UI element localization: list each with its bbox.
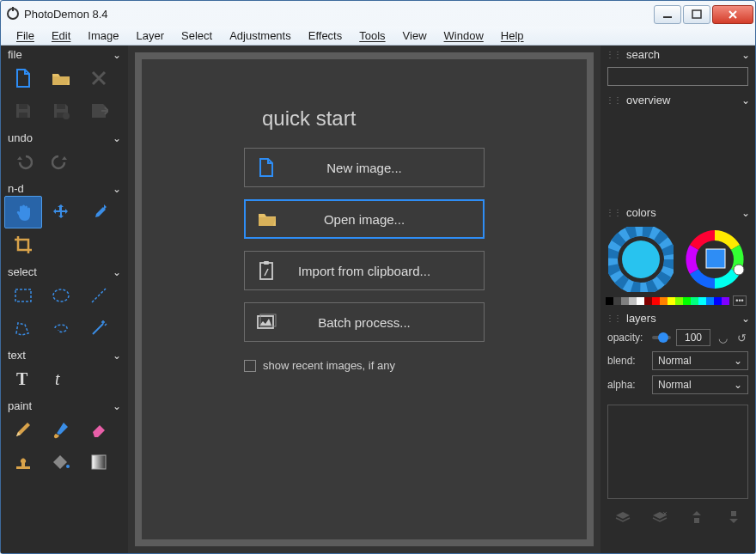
swatch[interactable]	[629, 297, 637, 305]
new-file-icon[interactable]	[4, 62, 42, 94]
close-button[interactable]	[712, 5, 753, 24]
eyedropper-icon[interactable]	[80, 196, 118, 228]
swatch[interactable]	[637, 297, 644, 305]
colors-header[interactable]: ⋮⋮ colors ⌄	[601, 204, 755, 222]
eraser-tool-icon[interactable]	[80, 413, 118, 446]
overview-header[interactable]: ⋮⋮ overview ⌄	[601, 91, 755, 109]
layers-header[interactable]: ⋮⋮ layers ⌄	[601, 309, 755, 327]
swatch[interactable]	[606, 297, 613, 305]
brush-tool-icon[interactable]	[42, 413, 80, 446]
menu-window[interactable]: Window	[436, 27, 492, 44]
add-layer-icon[interactable]	[613, 508, 633, 527]
swatch[interactable]	[698, 297, 706, 305]
svg-rect-6	[57, 104, 65, 109]
svg-point-8	[63, 113, 70, 119]
hand-tool-icon[interactable]	[4, 196, 42, 228]
blend-label: blend:	[607, 355, 647, 367]
opacity-slider[interactable]	[652, 336, 671, 339]
minimize-button[interactable]	[654, 5, 681, 24]
menu-image[interactable]: Image	[79, 27, 127, 44]
recent-checkbox-row[interactable]: show recent images, if any	[244, 359, 485, 372]
swatch[interactable]	[660, 297, 668, 305]
move-tool-icon[interactable]	[42, 196, 80, 228]
layer-down-icon[interactable]	[723, 508, 744, 527]
quick-start-new[interactable]: New image...	[244, 148, 485, 187]
redo-icon[interactable]	[42, 145, 80, 178]
undo-icon[interactable]	[4, 145, 42, 178]
menu-edit[interactable]: Edit	[43, 27, 79, 44]
grip-icon: ⋮⋮	[606, 208, 621, 217]
section-paint[interactable]: paint ⌄	[4, 397, 125, 413]
quick-start-batch[interactable]: Batch process...	[244, 302, 485, 342]
opacity-input[interactable]	[676, 329, 710, 346]
chevron-down-icon: ⌄	[113, 350, 121, 362]
color-swatches[interactable]: •••	[601, 295, 755, 309]
save-copy-icon[interactable]	[42, 94, 80, 127]
text-tool-icon[interactable]: T	[4, 362, 42, 395]
swatch[interactable]	[644, 297, 652, 305]
more-swatches-button[interactable]: •••	[733, 295, 747, 306]
pencil-tool-icon[interactable]	[4, 413, 42, 446]
crop-tool-icon[interactable]	[4, 228, 42, 261]
swatch[interactable]	[683, 297, 691, 305]
wand-select-icon[interactable]	[80, 312, 118, 344]
swatch[interactable]	[706, 297, 714, 305]
swatch[interactable]	[675, 297, 683, 305]
link-icon[interactable]: ◡	[716, 331, 729, 344]
swatch[interactable]	[668, 297, 675, 305]
color-wheel-right[interactable]	[682, 227, 747, 292]
section-file[interactable]: file ⌄	[4, 46, 125, 62]
open-folder-icon[interactable]	[42, 62, 80, 94]
alpha-select[interactable]: Normal ⌄	[652, 375, 748, 394]
layer-up-icon[interactable]	[686, 508, 707, 527]
delete-layer-icon[interactable]	[649, 508, 670, 527]
maximize-button[interactable]	[683, 5, 710, 24]
section-nd[interactable]: n-d ⌄	[4, 180, 125, 196]
export-icon[interactable]	[80, 94, 118, 127]
section-undo[interactable]: undo ⌄	[4, 129, 125, 145]
section-text[interactable]: text ⌄	[4, 346, 125, 362]
swatch[interactable]	[691, 297, 698, 305]
menu-tools[interactable]: Tools	[351, 27, 393, 44]
chevron-down-icon: ⌄	[734, 379, 742, 391]
quick-start-open[interactable]: Open image...	[244, 199, 485, 239]
stamp-tool-icon[interactable]	[4, 446, 42, 478]
swatch[interactable]	[722, 297, 729, 305]
checkbox-icon[interactable]	[244, 360, 256, 372]
reset-icon[interactable]: ↺	[735, 331, 748, 344]
search-header[interactable]: ⋮⋮ search ⌄	[601, 46, 755, 64]
swatch[interactable]	[714, 297, 722, 305]
svg-rect-5	[19, 113, 27, 118]
line-select-icon[interactable]	[80, 279, 118, 312]
app-window: PhotoDemon 8.4 File Edit Image Layer Sel…	[0, 0, 756, 554]
search-input[interactable]	[607, 67, 748, 86]
menu-layer[interactable]: Layer	[128, 27, 174, 44]
quick-start-clipboard[interactable]: Import from clipboard...	[244, 251, 485, 290]
menu-adjustments[interactable]: Adjustments	[221, 27, 300, 44]
ellipse-select-icon[interactable]	[42, 279, 80, 312]
fill-tool-icon[interactable]	[42, 446, 80, 478]
menu-file[interactable]: File	[8, 27, 43, 44]
menu-effects[interactable]: Effects	[300, 27, 351, 44]
save-icon[interactable]	[4, 94, 42, 127]
color-wheel-left[interactable]	[608, 227, 674, 292]
lasso-select-icon[interactable]	[42, 312, 80, 344]
poly-select-icon[interactable]	[4, 312, 42, 344]
menu-view[interactable]: View	[394, 27, 436, 44]
text-cursive-icon[interactable]: t	[42, 362, 80, 395]
gradient-tool-icon[interactable]	[80, 446, 118, 478]
swatch[interactable]	[652, 297, 660, 305]
menu-help[interactable]: Help	[492, 27, 533, 44]
quick-start-new-label: New image...	[288, 161, 484, 175]
section-select[interactable]: select ⌄	[4, 263, 125, 279]
swatch[interactable]	[613, 297, 621, 305]
svg-point-14	[66, 465, 70, 468]
layers-label: layers	[626, 312, 741, 325]
swatch[interactable]	[621, 297, 629, 305]
menu-select[interactable]: Select	[173, 27, 221, 44]
blend-select[interactable]: Normal ⌄	[652, 351, 748, 370]
close-file-icon[interactable]	[80, 62, 118, 94]
layers-list[interactable]	[607, 405, 748, 499]
document-icon	[245, 157, 288, 178]
rect-select-icon[interactable]	[4, 279, 42, 312]
